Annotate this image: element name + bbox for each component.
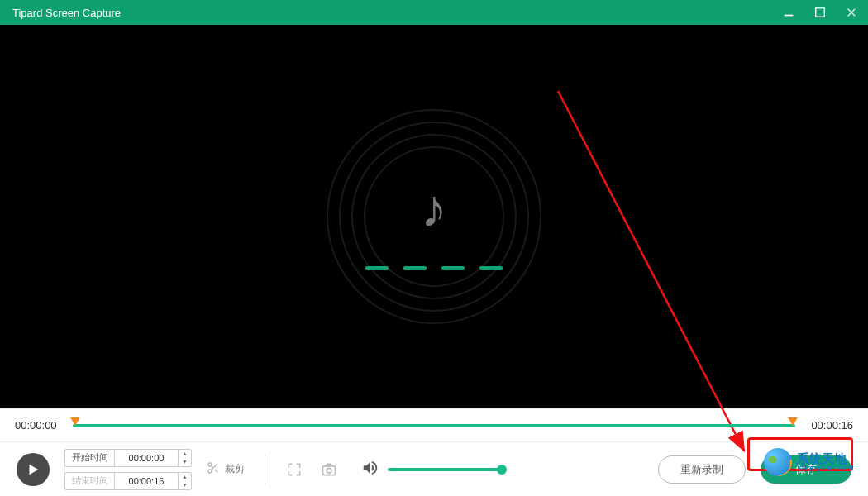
tool-icons: [285, 460, 338, 479]
end-time-input[interactable]: 00:00:16: [114, 472, 179, 490]
controls-bar: 开始时间 00:00:00 ▲▼ 结束时间 00:00:16 ▲▼ 裁剪: [0, 441, 868, 496]
music-note-icon: ♪: [421, 178, 447, 239]
svg-point-11: [327, 468, 331, 473]
trim-section: 裁剪: [207, 461, 245, 477]
start-time-spinner[interactable]: ▲▼: [179, 449, 192, 467]
svg-rect-10: [323, 465, 336, 475]
timeline-start-label: 00:00:00: [15, 419, 64, 432]
timeline-marker-start[interactable]: [70, 417, 80, 426]
maximize-icon[interactable]: [812, 4, 828, 21]
svg-rect-0: [785, 15, 794, 17]
svg-line-8: [215, 470, 218, 473]
svg-point-5: [208, 463, 212, 466]
start-time-input[interactable]: 00:00:00: [114, 449, 179, 467]
play-icon: [26, 462, 41, 477]
timeline-marker-end[interactable]: [788, 417, 798, 426]
end-time-row: 结束时间 00:00:16 ▲▼: [64, 472, 192, 490]
camera-icon[interactable]: [320, 460, 338, 479]
minimize-icon[interactable]: [780, 4, 797, 21]
volume-section: [361, 459, 503, 480]
volume-thumb[interactable]: [497, 465, 507, 475]
window-controls: [780, 4, 860, 21]
titlebar[interactable]: Tipard Screen Capture: [0, 0, 868, 25]
end-time-label: 结束时间: [64, 472, 114, 490]
play-button[interactable]: [17, 453, 50, 486]
app-title-wrap: Tipard Screen Capture: [12, 7, 121, 19]
equalizer-dashes: [365, 266, 503, 270]
preview-area[interactable]: ♪: [0, 25, 868, 408]
watermark-globe-icon: [764, 448, 792, 476]
watermark-text-cn: 系统天地: [797, 452, 853, 465]
trim-label[interactable]: 裁剪: [225, 462, 245, 476]
scissors-icon[interactable]: [207, 461, 220, 477]
volume-slider[interactable]: [388, 468, 503, 471]
speaker-icon[interactable]: [361, 459, 379, 480]
app-title: Tipard Screen Capture: [12, 7, 121, 19]
time-input-group: 开始时间 00:00:00 ▲▼ 结束时间 00:00:16 ▲▼: [64, 449, 192, 490]
timeline-row: 00:00:00 00:00:16: [0, 408, 868, 441]
watermark-text-en: XiTongTianDi.net: [797, 465, 853, 472]
svg-point-6: [208, 470, 212, 473]
close-icon[interactable]: [843, 4, 860, 21]
end-time-spinner[interactable]: ▲▼: [179, 472, 192, 490]
timeline-track[interactable]: [73, 420, 795, 432]
svg-rect-1: [816, 8, 825, 17]
audio-placeholder: ♪: [310, 93, 558, 341]
timeline-end-label: 00:00:16: [804, 419, 853, 432]
divider: [265, 454, 265, 485]
app-window: Tipard Screen Capture ♪: [0, 0, 868, 496]
svg-line-9: [211, 465, 213, 468]
start-time-row: 开始时间 00:00:00 ▲▼: [64, 449, 192, 467]
watermark: 系统天地 XiTongTianDi.net: [764, 448, 853, 476]
start-time-label: 开始时间: [64, 449, 114, 467]
fullscreen-icon[interactable]: [285, 460, 303, 479]
svg-line-4: [558, 91, 744, 451]
re-record-button[interactable]: 重新录制: [658, 455, 746, 484]
